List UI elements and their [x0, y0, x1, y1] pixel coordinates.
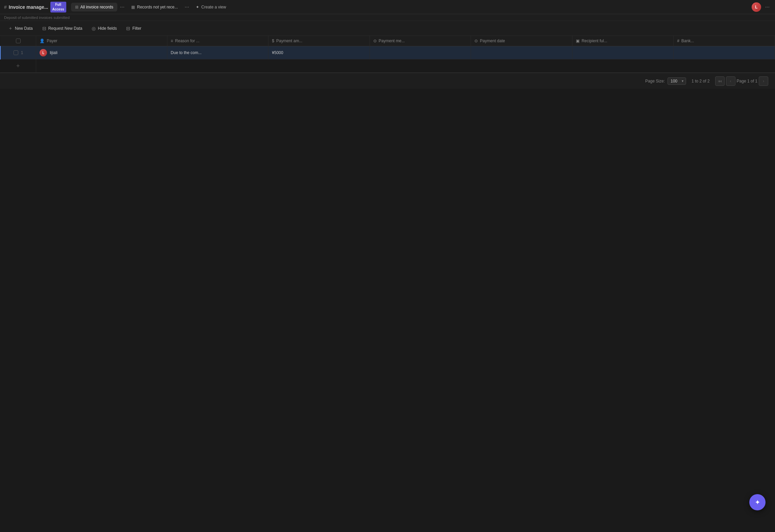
filter-button[interactable]: ⊟ Filter [122, 24, 145, 33]
page-title-area: # Invoice manage... Full Access [4, 2, 66, 13]
row-1-payer-name: lijiali [50, 50, 57, 55]
prev-page-button[interactable]: ‹ [726, 76, 735, 86]
eye-icon: ◎ [92, 26, 96, 31]
new-data-label: New Data [15, 26, 33, 31]
bank-col-icon: # [677, 39, 679, 43]
header-payment-method[interactable]: ⊙ Payment me... [370, 36, 471, 46]
request-new-data-button[interactable]: ⊟ Request New Data [38, 24, 87, 33]
reason-col-label: Reason for ... [175, 39, 199, 43]
table-body: 1 L lijiali Due to the com... ¥5000 [0, 46, 775, 73]
method-col-icon: ⊙ [373, 39, 377, 43]
bank-col-label: Bank... [681, 39, 694, 43]
subtitle: Deposit of submitted invoices submitted [0, 14, 775, 21]
fab-button[interactable]: ✦ [749, 494, 766, 510]
records-info: 1 to 2 of 2 [691, 79, 709, 83]
select-all-checkbox[interactable] [16, 39, 21, 43]
grid-icon: ⊞ [75, 5, 78, 9]
tab-records-label: Records not yet rece... [137, 5, 178, 9]
access-badge: Full Access [50, 2, 66, 13]
footer: Page Size: 10 25 50 100 250 1 to 2 of 2 … [0, 73, 775, 89]
row-1-checkbox[interactable] [14, 50, 18, 55]
table-container: 👤 Payer ≡ Reason for ... $ Payment am... [0, 36, 775, 73]
subtitle-text: Deposit of submitted invoices submitted [4, 16, 70, 20]
amount-col-icon: $ [272, 39, 274, 43]
data-table: 👤 Payer ≡ Reason for ... $ Payment am... [0, 36, 775, 73]
tab-records-more[interactable]: ··· [183, 3, 191, 11]
tab-all-invoice-records[interactable]: ⊞ All invoice records [71, 3, 117, 11]
reason-col-icon: ≡ [171, 39, 173, 43]
page-size-select[interactable]: 10 25 50 100 250 [667, 77, 686, 85]
header-payer[interactable]: 👤 Payer [36, 36, 167, 46]
date-col-label: Payment date [480, 39, 505, 43]
next-page-button[interactable]: › [759, 76, 768, 86]
header-payment-amount[interactable]: $ Payment am... [268, 36, 370, 46]
row-1-payment-amount[interactable]: ¥5000 [268, 46, 370, 59]
page-size-select-wrapper[interactable]: 10 25 50 100 250 [667, 77, 686, 85]
header-reason[interactable]: ≡ Reason for ... [167, 36, 268, 46]
row-1-payment-method [370, 46, 471, 59]
user-avatar[interactable]: L [752, 2, 761, 12]
payer-col-icon: 👤 [40, 39, 45, 43]
top-bar-right: L ··· [752, 2, 771, 12]
first-page-button[interactable]: ⏮ [715, 76, 725, 86]
recipient-col-icon: ▣ [576, 39, 580, 43]
table-icon: ▦ [131, 5, 135, 9]
header-payment-date[interactable]: ⊙ Payment date [471, 36, 572, 46]
tab-records-not-received[interactable]: ▦ Records not yet rece... [127, 3, 182, 11]
hide-fields-button[interactable]: ◎ Hide fields [88, 24, 121, 33]
plus-icon: ＋ [8, 25, 13, 31]
row-1-recipient [572, 46, 674, 59]
hide-fields-label: Hide fields [98, 26, 117, 31]
page-size-area: Page Size: 10 25 50 100 250 [645, 77, 686, 85]
add-row-cell[interactable]: + [0, 59, 36, 72]
header-bank[interactable]: # Bank... [674, 36, 775, 46]
method-col-label: Payment me... [379, 39, 405, 43]
page-info: Page 1 of 1 [737, 79, 757, 83]
header-checkbox-col[interactable] [0, 36, 36, 46]
create-view-button[interactable]: ✦ Create a view [192, 3, 230, 11]
row-1-reason[interactable]: Due to the com... [167, 46, 268, 59]
recipient-col-label: Recipient ful... [582, 39, 607, 43]
new-data-button[interactable]: ＋ New Data [4, 23, 37, 33]
fab-icon: ✦ [755, 498, 760, 506]
page-size-label: Page Size: [645, 79, 665, 83]
page-title: Invoice manage... [9, 4, 48, 10]
row-1-checkbox-cell[interactable]: 1 [0, 46, 36, 59]
date-col-icon: ⊙ [474, 39, 478, 43]
tab-all-invoice-label: All invoice records [80, 5, 113, 9]
row-1-payer[interactable]: L lijiali [36, 46, 167, 59]
payer-col-label: Payer [47, 39, 57, 43]
table-row[interactable]: 1 L lijiali Due to the com... ¥5000 [0, 46, 775, 59]
plus-icon: ✦ [196, 5, 199, 9]
tabs-area: ⊞ All invoice records ··· ▦ Records not … [68, 3, 750, 11]
hash-icon: # [4, 4, 7, 10]
header-recipient[interactable]: ▣ Recipient ful... [572, 36, 674, 46]
add-row[interactable]: + [0, 59, 775, 73]
top-bar: # Invoice manage... Full Access ⊞ All in… [0, 0, 775, 14]
tab-all-invoice-more[interactable]: ··· [118, 3, 126, 11]
row-1-number: 1 [21, 50, 23, 55]
filter-label: Filter [132, 26, 141, 31]
toolbar: ＋ New Data ⊟ Request New Data ◎ Hide fie… [0, 21, 775, 36]
row-1-payer-avatar: L [40, 49, 47, 56]
amount-col-label: Payment am... [276, 39, 302, 43]
table-header-row: 👤 Payer ≡ Reason for ... $ Payment am... [0, 36, 775, 46]
pagination-buttons: ⏮ ‹ Page 1 of 1 › [715, 76, 768, 86]
add-row-icon: + [16, 63, 20, 70]
request-new-data-label: Request New Data [48, 26, 83, 31]
topbar-more-button[interactable]: ··· [764, 3, 771, 11]
row-1-payment-date [471, 46, 572, 59]
row-1-bank [674, 46, 775, 59]
filter-icon: ⊟ [126, 26, 130, 31]
request-icon: ⊟ [42, 26, 46, 31]
create-view-label: Create a view [201, 5, 226, 9]
